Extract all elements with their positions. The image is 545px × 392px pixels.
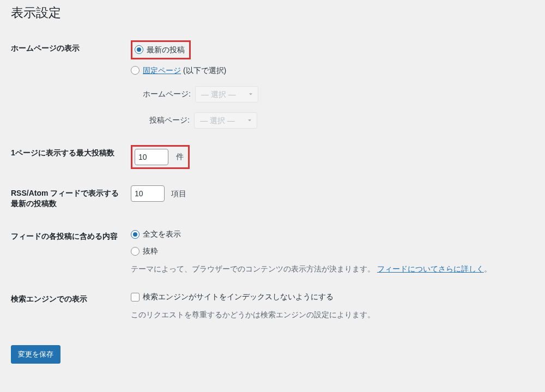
posts-per-page-unit: 件: [176, 151, 184, 162]
highlight-posts-per-page: 件: [131, 145, 190, 169]
radio-feed-excerpt[interactable]: [131, 247, 140, 256]
front-page-select[interactable]: — 選択 —: [195, 86, 258, 102]
radio-feed-excerpt-label: 抜粋: [143, 245, 158, 257]
radio-static-page-label: 固定ページ (以下で選択): [143, 65, 226, 76]
rss-items-unit: 項目: [171, 189, 186, 198]
radio-static-page[interactable]: [131, 66, 140, 75]
posts-page-select[interactable]: — 選択 —: [194, 112, 257, 129]
save-changes-button[interactable]: 変更を保存: [11, 345, 60, 364]
feed-desc-post: 。: [484, 264, 492, 273]
feed-content-desc: テーマによって、ブラウザーでのコンテンツの表示方法が決まります。 フィードについ…: [131, 263, 529, 275]
highlight-latest-posts: 最新の投稿: [131, 40, 191, 59]
static-page-suffix: (以下で選択): [181, 66, 226, 75]
posts-page-sublabel: 投稿ページ:: [143, 114, 190, 126]
rss-heading: RSS/Atom フィードで表示する最新の投稿数: [11, 177, 131, 220]
feed-content-heading: フィードの各投稿に含める内容: [11, 220, 131, 283]
radio-latest-posts-label: 最新の投稿: [147, 44, 185, 56]
search-engine-checkbox-label: 検索エンジンがサイトをインデックスしないようにする: [143, 291, 334, 303]
posts-per-page-input[interactable]: [135, 149, 168, 165]
page-title: 表示設定: [11, 0, 534, 32]
settings-table: ホームページの表示 最新の投稿 固定ページ (以下で選択): [11, 32, 534, 329]
rss-items-input[interactable]: [131, 185, 165, 202]
front-page-sublabel: ホームページ:: [143, 88, 191, 100]
radio-latest-posts[interactable]: [135, 45, 143, 54]
posts-per-page-heading: 1ページに表示する最大投稿数: [11, 137, 131, 177]
search-engine-desc: このリクエストを尊重するかどうかは検索エンジンの設定によります。: [131, 309, 529, 321]
feed-learn-more-link[interactable]: フィードについてさらに詳しく: [377, 264, 484, 273]
homepage-heading: ホームページの表示: [11, 32, 131, 137]
feed-desc-pre: テーマによって、ブラウザーでのコンテンツの表示方法が決まります。: [131, 264, 375, 273]
radio-feed-full[interactable]: [131, 230, 140, 239]
search-engine-checkbox[interactable]: [131, 293, 140, 301]
search-engine-heading: 検索エンジンでの表示: [11, 283, 131, 329]
radio-feed-full-label: 全文を表示: [143, 228, 181, 240]
static-page-link[interactable]: 固定ページ: [143, 66, 181, 75]
